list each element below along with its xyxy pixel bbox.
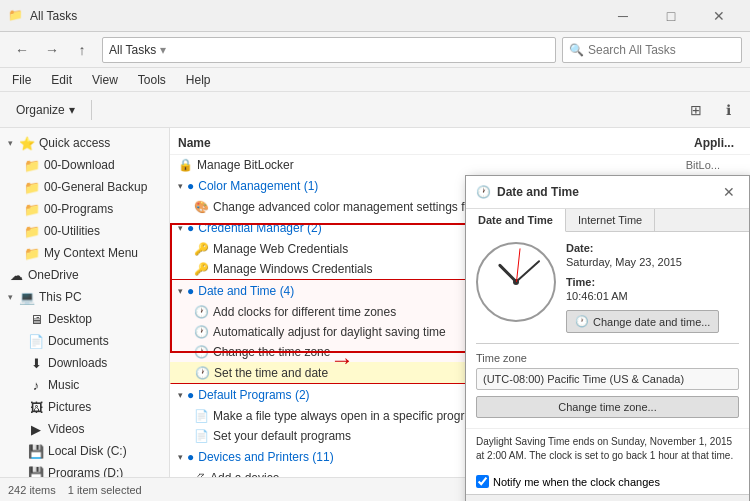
hour-hand xyxy=(497,263,517,283)
change-date-btn-label: Change date and time... xyxy=(593,316,710,328)
clock-btn-icon: 🕐 xyxy=(575,315,589,328)
change-date-time-button[interactable]: 🕐 Change date and time... xyxy=(566,310,719,333)
time-label: Time: xyxy=(566,276,739,288)
tab-label: Date and Time xyxy=(478,214,553,226)
tab-label: Internet Time xyxy=(578,214,642,226)
tab-internet-time[interactable]: Internet Time xyxy=(566,209,655,231)
date-value: Saturday, May 23, 2015 xyxy=(566,256,739,268)
clock-face xyxy=(476,242,556,322)
tz-label: Time zone xyxy=(476,352,739,364)
dst-notice: Daylight Saving Time ends on Sunday, Nov… xyxy=(466,428,749,469)
notify-section: Notify me when the clock changes xyxy=(466,469,749,494)
dialog-tabs: Date and Time Internet Time xyxy=(466,209,749,232)
tz-value: (UTC-08:00) Pacific Time (US & Canada) xyxy=(476,368,739,390)
dialog-close-button[interactable]: ✕ xyxy=(719,182,739,202)
timezone-section: Time zone (UTC-08:00) Pacific Time (US &… xyxy=(476,343,739,418)
dialog-time-section: Date: Saturday, May 23, 2015 Time: 10:46… xyxy=(476,242,739,333)
dialog-title-bar: 🕐 Date and Time ✕ xyxy=(466,176,749,209)
date-time-info: Date: Saturday, May 23, 2015 Time: 10:46… xyxy=(566,242,739,333)
notify-label: Notify me when the clock changes xyxy=(493,476,660,488)
date-time-dialog: 🕐 Date and Time ✕ Date and Time Internet… xyxy=(465,175,750,501)
tab-date-time[interactable]: Date and Time xyxy=(466,209,566,232)
dialog-title-icon: 🕐 xyxy=(476,185,491,199)
dialog-main-content: Date: Saturday, May 23, 2015 Time: 10:46… xyxy=(466,232,749,428)
dialog-overlay: 🕐 Date and Time ✕ Date and Time Internet… xyxy=(0,0,750,501)
date-label: Date: xyxy=(566,242,739,254)
minute-hand xyxy=(515,260,540,283)
notify-checkbox[interactable] xyxy=(476,475,489,488)
change-timezone-button[interactable]: Change time zone... xyxy=(476,396,739,418)
time-value: 10:46:01 AM xyxy=(566,290,739,302)
dialog-footer: OK Cancel Apply xyxy=(466,494,749,501)
dialog-title: Date and Time xyxy=(497,185,579,199)
